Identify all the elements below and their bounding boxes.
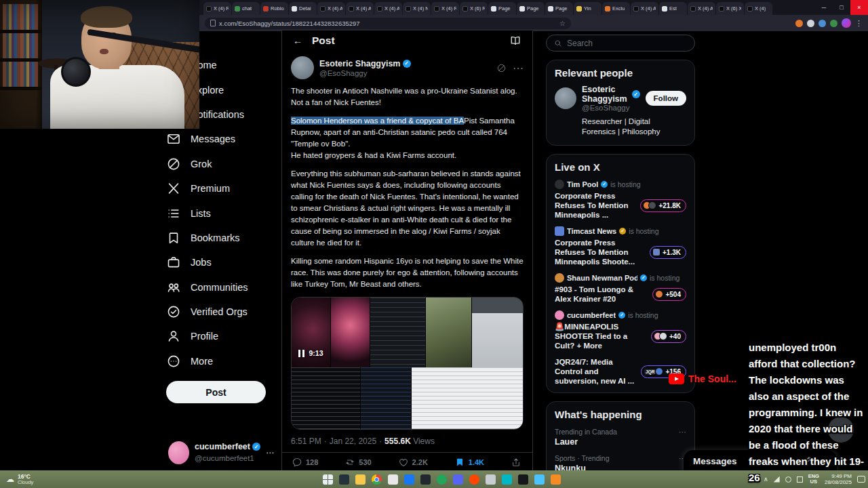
browser-tab[interactable]: X (4) Ai xyxy=(346,2,374,15)
browser-tab[interactable]: chat xyxy=(232,2,260,15)
back-button[interactable]: ← xyxy=(293,35,302,46)
window-controls: ─ □ × xyxy=(815,0,868,15)
taskbar-app-icon[interactable] xyxy=(388,474,398,485)
more-icon[interactable]: ⋯ xyxy=(266,448,274,458)
taskbar-app-icon[interactable] xyxy=(453,474,463,485)
extension-icon[interactable] xyxy=(830,20,837,27)
browser-tab[interactable]: Page xyxy=(488,2,516,15)
browser-tab[interactable]: X (4) xyxy=(745,2,772,15)
webcam-overlay xyxy=(0,0,199,129)
avatar xyxy=(555,180,564,189)
author-avatar[interactable] xyxy=(291,56,314,79)
window-close-button[interactable]: × xyxy=(850,0,868,15)
bookmark-button[interactable]: 1.4K xyxy=(454,457,484,468)
browser-tab[interactable]: Est xyxy=(659,2,687,15)
sidebar-item-messages[interactable]: Messages xyxy=(160,127,275,151)
reader-mode-icon[interactable] xyxy=(509,35,521,47)
browser-tab[interactable]: X (4) A xyxy=(317,2,345,15)
sidebar-item-jobs[interactable]: Jobs xyxy=(160,250,275,274)
search-input[interactable]: Search xyxy=(546,35,695,52)
repost-button[interactable]: 530 xyxy=(344,457,371,468)
chat-line: be a flood of these xyxy=(749,437,868,453)
sidebar-post-button[interactable]: Post xyxy=(166,381,266,403)
browser-tab[interactable]: X (4) R xyxy=(203,2,231,15)
x-logo-icon xyxy=(166,181,181,196)
share-button[interactable] xyxy=(511,457,521,468)
browser-tab[interactable]: Detai xyxy=(289,2,317,15)
video-player[interactable]: 9:13 xyxy=(291,297,524,430)
browser-profile-avatar[interactable] xyxy=(842,18,851,28)
browser-tab[interactable]: Roblo xyxy=(260,2,288,15)
trend-more-icon[interactable]: ⋯ xyxy=(679,428,686,436)
browser-tab[interactable]: X (4) A xyxy=(688,2,715,15)
browser-tab[interactable]: Page xyxy=(545,2,573,15)
browser-tab[interactable]: X (4) R xyxy=(431,2,459,15)
live-entry[interactable]: Tim Pool✓is hosting Corporate Press Refu… xyxy=(555,180,686,220)
extension-icon[interactable] xyxy=(807,20,814,27)
account-switcher[interactable]: cucumberfeet✓ @cucumberfeet1 ⋯ xyxy=(168,441,274,464)
extension-icon[interactable] xyxy=(818,20,826,27)
now-playing-overlay: The Soul... xyxy=(669,373,736,384)
chat-line: afford that collection? xyxy=(749,356,868,372)
post-author-row[interactable]: Esoteric Shaggyism✓ @EsoShaggy ⋯ xyxy=(291,54,524,79)
live-entry[interactable]: Shaun Newman Podcast✓is hosting #903 - T… xyxy=(555,273,686,304)
sidebar-item-premium[interactable]: Premium xyxy=(160,176,275,201)
live-entry[interactable]: Timcast News✓is hosting Corporate Press … xyxy=(555,226,686,266)
browser-tab[interactable]: X (4) N xyxy=(403,2,431,15)
chrome-icon[interactable] xyxy=(372,474,382,485)
taskbar-app-icon[interactable] xyxy=(469,474,479,485)
taskbar-app-icon[interactable] xyxy=(339,474,349,485)
browser-tab[interactable]: Exclu xyxy=(602,2,630,15)
live-entry[interactable]: cucumberfeet✓is hosting 🚨MINNEAPOLIS SHO… xyxy=(555,310,686,350)
taskbar-app-icon[interactable] xyxy=(518,474,528,485)
window-minimize-button[interactable]: ─ xyxy=(815,0,833,15)
taskbar-app-icon[interactable] xyxy=(534,474,545,485)
share-icon xyxy=(511,457,521,468)
like-button[interactable]: 2.2K xyxy=(398,457,428,468)
sidebar-item-grok[interactable]: Grok xyxy=(160,152,275,176)
page-info-icon[interactable] xyxy=(210,20,216,26)
sidebar-item-more[interactable]: More xyxy=(160,349,275,373)
browser-tab[interactable]: X (4) A xyxy=(374,2,402,15)
file-explorer-icon[interactable] xyxy=(355,474,366,485)
window-maximize-button[interactable]: □ xyxy=(833,0,850,15)
post-more-icon[interactable]: ⋯ xyxy=(513,62,524,75)
sidebar-item-verified-orgs[interactable]: Verified Orgs xyxy=(160,300,275,324)
taskbar-app-icon[interactable] xyxy=(437,474,447,485)
sidebar-item-profile[interactable]: Profile xyxy=(160,324,275,348)
url-field[interactable]: x.com/EsoShaggy/status/18822144328326352… xyxy=(205,18,571,29)
sidebar-item-communities[interactable]: Communities xyxy=(160,275,275,300)
browser-menu-icon[interactable]: ⋮ xyxy=(855,19,863,28)
extension-icon[interactable] xyxy=(795,20,803,27)
start-button[interactable] xyxy=(323,474,333,485)
taskbar-weather[interactable]: ☁ 16°CCloudy xyxy=(0,470,39,488)
browser-tab[interactable]: X (6) R xyxy=(460,2,488,15)
account-handle: @cucumberfeet1 xyxy=(195,454,254,462)
taskbar-app-icon[interactable] xyxy=(420,474,431,485)
trend-item[interactable]: Trending in Canada Lauer ⋯ xyxy=(555,428,686,447)
browser-tab[interactable]: Yin xyxy=(574,2,601,15)
pause-icon[interactable] xyxy=(298,350,304,357)
video-collage-tile xyxy=(472,298,523,367)
live-entry[interactable]: JQR24/7: Media Control and subversion, n… xyxy=(555,357,686,386)
browser-extensions: ⋮ xyxy=(795,18,863,28)
avatar[interactable] xyxy=(555,87,576,109)
taskbar-app-icon[interactable] xyxy=(486,474,496,485)
browser-tab[interactable]: X (6) X xyxy=(716,2,744,15)
screen: X (4) R chat Roblo Detai X (4) A X (4) A… xyxy=(0,0,868,488)
video-collage-tile xyxy=(426,298,472,367)
taskbar-app-icon[interactable] xyxy=(551,474,561,485)
tab-favicon xyxy=(434,6,439,12)
browser-tab[interactable]: X (4) A xyxy=(631,2,658,15)
follow-button[interactable]: Follow xyxy=(646,91,686,106)
post-header: ← Post xyxy=(282,30,532,51)
browser-tab[interactable]: Page xyxy=(517,2,545,15)
taskbar-app-icon[interactable] xyxy=(404,474,414,485)
bookmark-star-icon[interactable]: ☆ xyxy=(559,20,566,27)
list-icon xyxy=(166,206,181,221)
grok-summarize-icon[interactable] xyxy=(496,63,507,73)
taskbar-app-icon[interactable] xyxy=(502,474,512,485)
sidebar-item-bookmarks[interactable]: Bookmarks xyxy=(160,226,275,250)
reply-button[interactable]: 128 xyxy=(292,457,318,468)
sidebar-item-lists[interactable]: Lists xyxy=(160,201,275,225)
